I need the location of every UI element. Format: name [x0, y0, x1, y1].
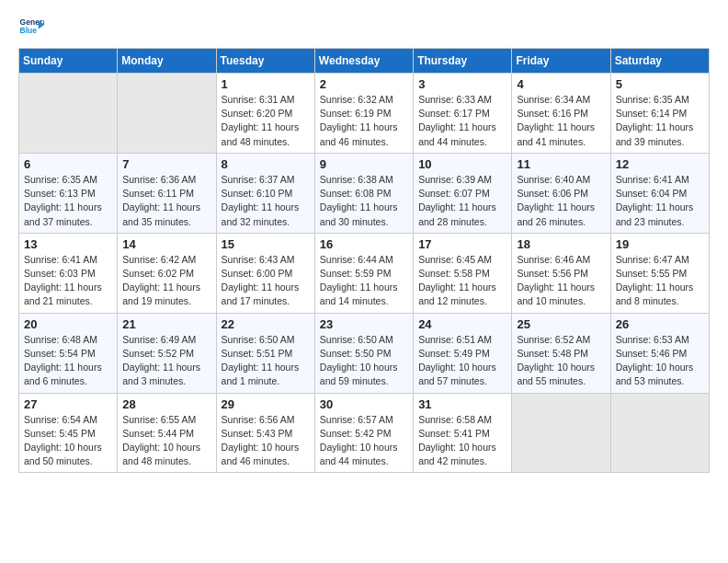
header-day-saturday: Saturday [610, 49, 709, 74]
calendar-cell: 2Sunrise: 6:32 AM Sunset: 6:19 PM Daylig… [314, 74, 413, 154]
day-info: Sunrise: 6:51 AM Sunset: 5:49 PM Dayligh… [418, 333, 506, 389]
calendar-cell [19, 74, 118, 154]
day-number: 29 [222, 397, 310, 411]
calendar-cell: 10Sunrise: 6:39 AM Sunset: 6:07 PM Dayli… [414, 153, 512, 233]
day-info: Sunrise: 6:53 AM Sunset: 5:46 PM Dayligh… [616, 333, 704, 389]
day-info: Sunrise: 6:37 AM Sunset: 6:10 PM Dayligh… [222, 173, 310, 229]
day-number: 7 [122, 157, 210, 171]
calendar-cell: 16Sunrise: 6:44 AM Sunset: 5:59 PM Dayli… [314, 233, 413, 313]
day-number: 19 [616, 237, 704, 251]
calendar-table: SundayMondayTuesdayWednesdayThursdayFrid… [18, 48, 710, 473]
day-info: Sunrise: 6:34 AM Sunset: 6:16 PM Dayligh… [517, 93, 605, 149]
day-info: Sunrise: 6:31 AM Sunset: 6:20 PM Dayligh… [222, 93, 310, 149]
logo-icon: General Blue [18, 15, 44, 40]
calendar-cell [512, 393, 610, 473]
calendar-cell: 25Sunrise: 6:52 AM Sunset: 5:48 PM Dayli… [512, 313, 610, 393]
calendar-cell: 11Sunrise: 6:40 AM Sunset: 6:06 PM Dayli… [512, 153, 610, 233]
day-info: Sunrise: 6:41 AM Sunset: 6:04 PM Dayligh… [616, 173, 704, 229]
calendar-cell: 19Sunrise: 6:47 AM Sunset: 5:55 PM Dayli… [610, 233, 709, 313]
day-number: 18 [517, 237, 605, 251]
day-info: Sunrise: 6:43 AM Sunset: 6:00 PM Dayligh… [222, 253, 310, 309]
day-number: 11 [517, 157, 605, 171]
calendar-cell: 8Sunrise: 6:37 AM Sunset: 6:10 PM Daylig… [216, 153, 314, 233]
day-number: 2 [320, 77, 408, 91]
day-number: 6 [24, 157, 112, 171]
calendar-cell [118, 74, 216, 154]
day-info: Sunrise: 6:41 AM Sunset: 6:03 PM Dayligh… [24, 253, 112, 309]
day-info: Sunrise: 6:46 AM Sunset: 5:56 PM Dayligh… [517, 253, 605, 309]
week-row-1: 1Sunrise: 6:31 AM Sunset: 6:20 PM Daylig… [19, 74, 710, 154]
day-number: 28 [122, 397, 210, 411]
calendar-cell: 24Sunrise: 6:51 AM Sunset: 5:49 PM Dayli… [414, 313, 512, 393]
calendar-cell: 3Sunrise: 6:33 AM Sunset: 6:17 PM Daylig… [414, 74, 512, 154]
header-day-sunday: Sunday [19, 49, 118, 74]
calendar-cell: 12Sunrise: 6:41 AM Sunset: 6:04 PM Dayli… [610, 153, 709, 233]
calendar-cell [610, 393, 709, 473]
day-number: 17 [418, 237, 506, 251]
calendar-cell: 17Sunrise: 6:45 AM Sunset: 5:58 PM Dayli… [414, 233, 512, 313]
svg-text:Blue: Blue [20, 26, 38, 35]
day-number: 9 [320, 157, 408, 171]
calendar-cell: 28Sunrise: 6:55 AM Sunset: 5:44 PM Dayli… [118, 393, 216, 473]
calendar-cell: 22Sunrise: 6:50 AM Sunset: 5:51 PM Dayli… [216, 313, 314, 393]
calendar-cell: 27Sunrise: 6:54 AM Sunset: 5:45 PM Dayli… [19, 393, 118, 473]
day-info: Sunrise: 6:52 AM Sunset: 5:48 PM Dayligh… [517, 333, 605, 389]
header: General Blue [18, 15, 710, 40]
day-number: 30 [320, 397, 408, 411]
week-row-4: 20Sunrise: 6:48 AM Sunset: 5:54 PM Dayli… [19, 313, 710, 393]
day-info: Sunrise: 6:55 AM Sunset: 5:44 PM Dayligh… [122, 413, 210, 469]
day-number: 27 [24, 397, 112, 411]
calendar-cell: 26Sunrise: 6:53 AM Sunset: 5:46 PM Dayli… [610, 313, 709, 393]
day-number: 12 [616, 157, 704, 171]
day-info: Sunrise: 6:40 AM Sunset: 6:06 PM Dayligh… [517, 173, 605, 229]
day-number: 14 [122, 237, 210, 251]
day-info: Sunrise: 6:39 AM Sunset: 6:07 PM Dayligh… [418, 173, 506, 229]
day-info: Sunrise: 6:48 AM Sunset: 5:54 PM Dayligh… [24, 333, 112, 389]
day-number: 4 [517, 77, 605, 91]
day-number: 3 [418, 77, 506, 91]
day-info: Sunrise: 6:49 AM Sunset: 5:52 PM Dayligh… [122, 333, 210, 389]
calendar-cell: 23Sunrise: 6:50 AM Sunset: 5:50 PM Dayli… [314, 313, 413, 393]
day-info: Sunrise: 6:44 AM Sunset: 5:59 PM Dayligh… [320, 253, 408, 309]
day-number: 1 [222, 77, 310, 91]
day-info: Sunrise: 6:50 AM Sunset: 5:50 PM Dayligh… [320, 333, 408, 389]
day-number: 13 [24, 237, 112, 251]
calendar-cell: 21Sunrise: 6:49 AM Sunset: 5:52 PM Dayli… [118, 313, 216, 393]
day-info: Sunrise: 6:36 AM Sunset: 6:11 PM Dayligh… [122, 173, 210, 229]
day-number: 5 [616, 77, 704, 91]
week-row-2: 6Sunrise: 6:35 AM Sunset: 6:13 PM Daylig… [19, 153, 710, 233]
calendar-cell: 30Sunrise: 6:57 AM Sunset: 5:42 PM Dayli… [314, 393, 413, 473]
week-row-3: 13Sunrise: 6:41 AM Sunset: 6:03 PM Dayli… [19, 233, 710, 313]
header-row: SundayMondayTuesdayWednesdayThursdayFrid… [19, 49, 710, 74]
logo: General Blue [18, 15, 48, 40]
calendar-cell: 4Sunrise: 6:34 AM Sunset: 6:16 PM Daylig… [512, 74, 610, 154]
day-info: Sunrise: 6:32 AM Sunset: 6:19 PM Dayligh… [320, 93, 408, 149]
calendar-cell: 15Sunrise: 6:43 AM Sunset: 6:00 PM Dayli… [216, 233, 314, 313]
calendar-cell: 6Sunrise: 6:35 AM Sunset: 6:13 PM Daylig… [19, 153, 118, 233]
header-day-monday: Monday [118, 49, 216, 74]
day-number: 23 [320, 317, 408, 331]
day-info: Sunrise: 6:38 AM Sunset: 6:08 PM Dayligh… [320, 173, 408, 229]
day-number: 26 [616, 317, 704, 331]
day-info: Sunrise: 6:42 AM Sunset: 6:02 PM Dayligh… [122, 253, 210, 309]
calendar-cell: 31Sunrise: 6:58 AM Sunset: 5:41 PM Dayli… [414, 393, 512, 473]
calendar-cell: 29Sunrise: 6:56 AM Sunset: 5:43 PM Dayli… [216, 393, 314, 473]
header-day-friday: Friday [512, 49, 610, 74]
day-info: Sunrise: 6:45 AM Sunset: 5:58 PM Dayligh… [418, 253, 506, 309]
calendar-cell: 7Sunrise: 6:36 AM Sunset: 6:11 PM Daylig… [118, 153, 216, 233]
calendar-cell: 20Sunrise: 6:48 AM Sunset: 5:54 PM Dayli… [19, 313, 118, 393]
day-info: Sunrise: 6:54 AM Sunset: 5:45 PM Dayligh… [24, 413, 112, 469]
day-number: 22 [222, 317, 310, 331]
day-info: Sunrise: 6:58 AM Sunset: 5:41 PM Dayligh… [418, 413, 506, 469]
day-info: Sunrise: 6:56 AM Sunset: 5:43 PM Dayligh… [222, 413, 310, 469]
day-number: 24 [418, 317, 506, 331]
calendar-cell: 5Sunrise: 6:35 AM Sunset: 6:14 PM Daylig… [610, 74, 709, 154]
day-number: 8 [222, 157, 310, 171]
calendar-cell: 14Sunrise: 6:42 AM Sunset: 6:02 PM Dayli… [118, 233, 216, 313]
day-number: 10 [418, 157, 506, 171]
header-day-thursday: Thursday [414, 49, 512, 74]
day-info: Sunrise: 6:35 AM Sunset: 6:14 PM Dayligh… [616, 93, 704, 149]
day-number: 31 [418, 397, 506, 411]
calendar-cell: 13Sunrise: 6:41 AM Sunset: 6:03 PM Dayli… [19, 233, 118, 313]
day-number: 25 [517, 317, 605, 331]
